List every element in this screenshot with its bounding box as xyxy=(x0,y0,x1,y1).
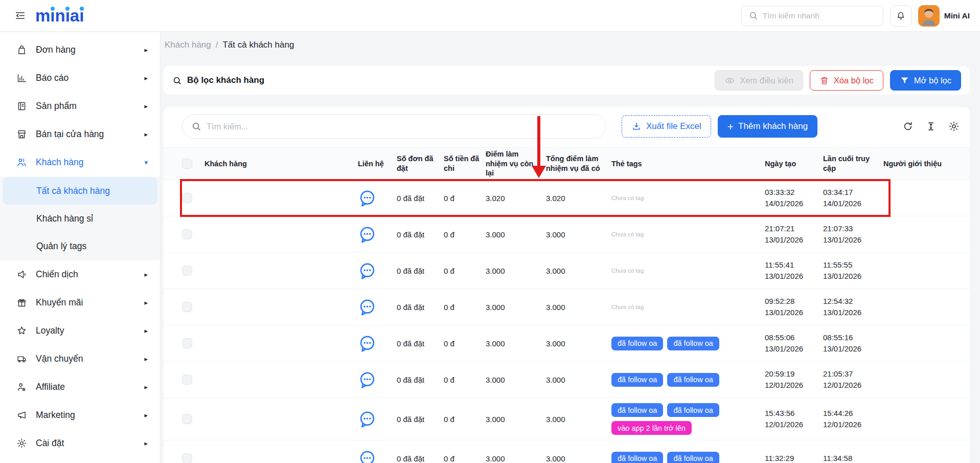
orders-count: 0 đã đặt xyxy=(397,303,444,312)
table-search-input[interactable] xyxy=(207,122,597,131)
table-body: 0 đã đặt0 đ3.0203.020Chưa có tag03:33:32… xyxy=(164,180,970,463)
customers-table: Khách hàng Liên hệ Số đơn đã đặt Số tiền… xyxy=(164,147,970,463)
sidebar-collapse-icon[interactable] xyxy=(14,10,26,21)
search-icon xyxy=(748,11,758,20)
chat-bubble-icon[interactable] xyxy=(358,370,377,389)
row-checkbox[interactable] xyxy=(182,453,192,463)
header-points-total: Tổng điểm làm nhiệm vụ đã có xyxy=(546,154,611,173)
tag-badge: đã follow oa xyxy=(667,337,719,350)
sidebar-item-cai-dat[interactable]: Cài đặt▸ xyxy=(0,429,160,457)
sidebar-item-label: Vận chuyển xyxy=(36,354,83,364)
bag-icon xyxy=(16,45,27,55)
user-avatar[interactable] xyxy=(918,5,940,27)
logo-dot xyxy=(80,7,84,11)
tags-cell: Chưa có tag xyxy=(611,190,765,206)
chat-bubble-icon[interactable] xyxy=(358,410,377,429)
row-height-icon[interactable] xyxy=(925,121,937,132)
table-row[interactable]: 0 đã đặt0 đ3.0003.000đã follow oađã foll… xyxy=(164,440,970,463)
sidebar-item-san-pham[interactable]: Sản phẩm▸ xyxy=(0,92,160,120)
refresh-icon[interactable] xyxy=(902,121,914,132)
sidebar-item-chien-dich[interactable]: Chiến dịch▸ xyxy=(0,260,160,289)
open-filter-button[interactable]: Mở bộ lọc xyxy=(890,70,961,91)
breadcrumb-parent[interactable]: Khách hàng xyxy=(165,40,211,50)
created-datetime: 15:43:5612/01/2026 xyxy=(765,408,823,431)
orders-count: 0 đã đặt xyxy=(397,339,444,348)
chat-bubble-icon[interactable] xyxy=(358,189,377,208)
sidebar-item-ban-tai-cua-hang[interactable]: Bán tại cửa hàng▸ xyxy=(0,120,160,148)
row-checkbox[interactable] xyxy=(182,266,192,276)
sidebar-item-marketing[interactable]: Marketing▸ xyxy=(0,401,160,429)
table-row[interactable]: 0 đã đặt0 đ3.0003.000đã follow oađã foll… xyxy=(164,362,970,398)
header-points-left: Điểm làm nhiệm vụ còn lại xyxy=(486,149,546,179)
header-contact: Liên hệ xyxy=(358,159,397,169)
sidebar-item-quan-ly-tags[interactable]: Quản lý tags xyxy=(3,232,157,260)
sidebar-item-label: Sản phẩm xyxy=(36,101,77,112)
clear-filter-button[interactable]: Xóa bộ lọc xyxy=(810,70,883,91)
app-logo[interactable]: mınıaı xyxy=(35,7,84,24)
plus-icon: + xyxy=(727,121,734,132)
sidebar-item-van-chuyen[interactable]: Vận chuyển▸ xyxy=(0,345,160,373)
chat-bubble-icon[interactable] xyxy=(358,261,377,280)
points-total: 3.000 xyxy=(546,415,611,424)
contact-cell xyxy=(358,298,397,317)
amount-spent: 0 đ xyxy=(444,230,486,239)
sidebar-item-label: Marketing xyxy=(36,410,75,421)
table-row[interactable]: 0 đã đặt0 đ3.0003.000đã follow oađã foll… xyxy=(164,398,970,440)
filter-funnel-icon xyxy=(900,76,909,85)
row-checkbox[interactable] xyxy=(182,302,192,312)
sidebar-item-khach-hang[interactable]: Khách hàng▾ xyxy=(0,148,160,177)
chat-bubble-icon[interactable] xyxy=(358,298,377,317)
sidebar-item-bao-cao[interactable]: Báo cáo▸ xyxy=(0,64,160,92)
product-icon xyxy=(16,101,27,112)
sidebar-item-loyalty[interactable]: Loyalty▸ xyxy=(0,317,160,345)
last-access-datetime: 11:55:5513/01/2026 xyxy=(823,259,883,282)
orders-count: 0 đã đặt xyxy=(397,230,444,239)
table-row[interactable]: 0 đã đặt0 đ3.0003.000Chưa có tag21:07:21… xyxy=(164,216,970,253)
trash-icon xyxy=(819,76,829,85)
notifications-button[interactable] xyxy=(890,5,911,27)
sidebar-item-khach-hang-si[interactable]: Khách hàng sỉ xyxy=(3,205,157,232)
tag-badge: đã follow oa xyxy=(667,373,719,387)
points-total: 3.000 xyxy=(546,376,611,384)
sidebar-item-affiliate[interactable]: Affiliate▸ xyxy=(0,373,160,401)
breadcrumb: Khách hàng / Tất cả khách hàng xyxy=(164,40,970,50)
created-datetime: 20:59:1912/01/2026 xyxy=(765,368,823,391)
sidebar-item-khuyen-mai[interactable]: Khuyến mãi▸ xyxy=(0,289,160,317)
sidebar-item-tat-ca-khach-hang[interactable]: Tất cả khách hàng xyxy=(3,177,157,205)
row-checkbox[interactable] xyxy=(182,338,192,348)
table-row[interactable]: 0 đã đặt0 đ3.0003.000Chưa có tag09:52:28… xyxy=(164,289,970,325)
sidebar-item-label: Khuyến mãi xyxy=(36,297,83,308)
sidebar-item-don-hang[interactable]: Đơn hàng▸ xyxy=(0,36,160,64)
row-checkbox[interactable] xyxy=(182,374,192,385)
view-conditions-button[interactable]: Xem điều kiện xyxy=(715,70,803,91)
export-excel-button[interactable]: Xuất file Excel xyxy=(622,115,711,138)
quick-search-input[interactable] xyxy=(763,11,876,20)
chevron-right-icon: ▸ xyxy=(144,411,148,419)
row-checkbox[interactable] xyxy=(182,193,192,203)
table-row[interactable]: 0 đã đặt0 đ3.0203.020Chưa có tag03:33:32… xyxy=(164,180,970,216)
last-access-datetime: 08:55:1613/01/2026 xyxy=(823,332,883,355)
add-customer-button[interactable]: + Thêm khách hàng xyxy=(718,115,817,138)
gear-icon[interactable] xyxy=(948,121,960,132)
points-total: 3.000 xyxy=(546,303,611,312)
user-name: Mini AI xyxy=(944,11,970,20)
table-row[interactable]: 0 đã đặt0 đ3.0003.000Chưa có tag11:55:41… xyxy=(164,253,970,289)
header-spent: Số tiền đã chi xyxy=(444,154,486,173)
sidebar-item-label: Loyalty xyxy=(36,325,64,336)
chat-bubble-icon[interactable] xyxy=(358,449,377,463)
row-checkbox[interactable] xyxy=(182,414,192,424)
chat-bubble-icon[interactable] xyxy=(358,225,377,244)
table-row[interactable]: 0 đã đặt0 đ3.0003.000đã follow oađã foll… xyxy=(164,325,970,362)
sidebar-item-label: Bán tại cửa hàng xyxy=(36,129,104,140)
no-tag-label: Chưa có tag xyxy=(611,231,644,237)
store-icon xyxy=(16,129,27,140)
row-checkbox[interactable] xyxy=(182,229,192,239)
points-total: 3.000 xyxy=(546,267,611,275)
search-icon xyxy=(172,76,182,85)
select-all-checkbox[interactable] xyxy=(182,159,192,169)
points-remaining: 3.000 xyxy=(486,376,546,384)
sidebar-item-label: Đơn hàng xyxy=(36,45,76,55)
tag-badge: đã follow oa xyxy=(611,403,663,417)
chat-bubble-icon[interactable] xyxy=(358,334,377,353)
points-total: 3.000 xyxy=(546,230,611,239)
